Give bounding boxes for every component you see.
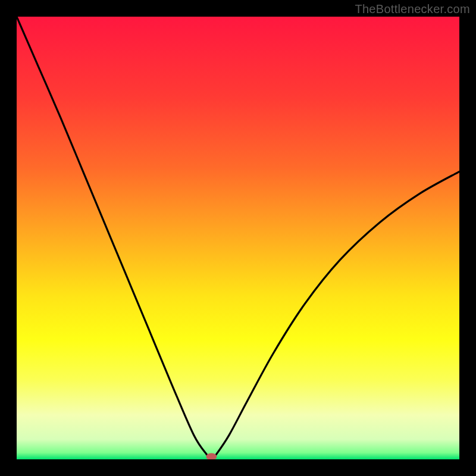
bottleneck-chart [17,17,459,459]
gradient-background [17,17,459,459]
watermark-text: TheBottlenecker.com [355,2,470,16]
plot-area [17,17,459,459]
chart-frame: TheBottlenecker.com [0,0,476,476]
